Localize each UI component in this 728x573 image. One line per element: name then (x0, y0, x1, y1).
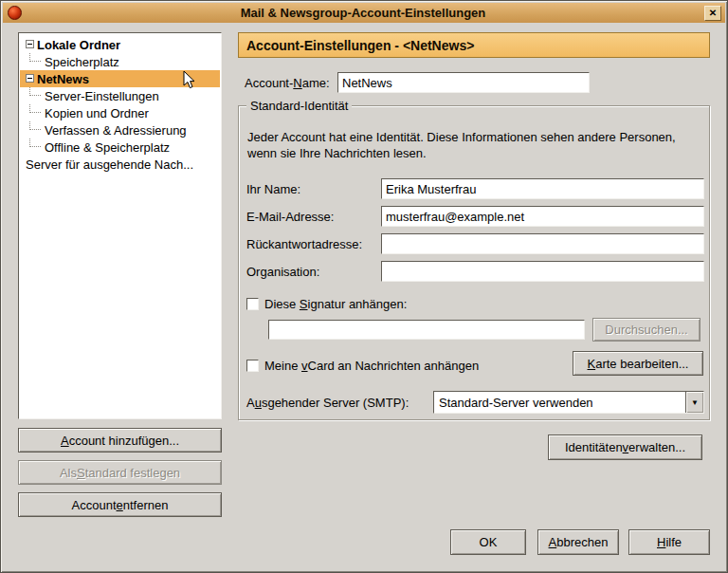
tree-connector (29, 104, 41, 113)
close-icon: ✕ (709, 8, 717, 18)
manage-identities-button[interactable]: Identitäten verwalten... (548, 434, 702, 460)
name-label: Ihr Name: (246, 182, 300, 196)
account-name-label: Account-Name: (245, 76, 330, 90)
organization-field[interactable] (381, 261, 704, 282)
expander-minus-icon[interactable] (26, 74, 34, 83)
remove-account-button[interactable]: Account entfernen (18, 492, 222, 517)
tree-item-label: Lokale Ordner (37, 38, 120, 52)
tree-connector (29, 53, 41, 62)
tree-item-server-einstellungen[interactable]: Server-Einstellungen (20, 87, 220, 104)
tree-item-speicherplatz[interactable]: Speicherplatz (20, 53, 220, 70)
titlebar[interactable]: Mail & Newsgroup-Account-Einstellungen ✕ (3, 3, 725, 23)
tree-item-verfassen-adressierung[interactable]: Verfassen & Adressierung (20, 121, 220, 139)
vcard-label: Meine vCard an Nachrichten anhängen (264, 359, 479, 373)
signature-checkbox[interactable] (246, 298, 259, 310)
email-label: E-Mail-Adresse: (246, 210, 334, 224)
vcard-checkbox[interactable] (246, 360, 259, 372)
tree-item-label: Offline & Speicherplatz (45, 140, 170, 155)
email-field[interactable] (381, 206, 704, 227)
replyto-label: Rückantwortadresse: (246, 237, 362, 251)
tree-item-netnews[interactable]: NetNews (20, 70, 220, 87)
arrow-glyph: ▼ (691, 398, 699, 407)
page-title-text: Account-Einstellungen - <NetNews> (246, 38, 474, 53)
signature-path-field[interactable] (268, 320, 585, 340)
help-button[interactable]: Hilfe (628, 529, 710, 555)
add-account-button[interactable]: Account hinzufügen... (18, 428, 222, 453)
expander-minus-icon[interactable] (26, 40, 34, 48)
tree-item-lokale-ordner[interactable]: Lokale Ordner (20, 36, 220, 53)
tree-connector (29, 139, 41, 147)
ok-button[interactable]: OK (450, 529, 526, 555)
dropdown-arrow-icon[interactable]: ▼ (685, 392, 703, 413)
smtp-selected-value: Standard-Server verwenden (434, 396, 685, 410)
account-tree[interactable]: Lokale Ordner Speicherplatz NetNews Serv… (18, 32, 222, 419)
tree-item-server-ausgehende-nachrichten[interactable]: Server für ausgehende Nach... (20, 156, 220, 173)
tree-item-label: Verfassen & Adressierung (45, 123, 187, 138)
page-title: Account-Einstellungen - <NetNews> (238, 32, 710, 58)
identity-legend: Standard-Identität (246, 99, 352, 113)
smtp-label: Ausgehender Server (SMTP): (246, 396, 409, 410)
cancel-button[interactable]: Abbrechen (537, 529, 619, 555)
name-field[interactable] (381, 178, 704, 199)
browse-button[interactable]: Durchsuchen... (592, 318, 701, 342)
tree-item-label: Server für ausgehende Nach... (26, 157, 193, 172)
window-title: Mail & Newsgroup-Account-Einstellungen (22, 6, 704, 20)
tree-connector (29, 87, 41, 96)
signature-label: Diese Signatur anhängen: (264, 297, 407, 311)
tree-item-label: Speicherplatz (45, 55, 119, 69)
tree-item-label: Server-Einstellungen (45, 89, 159, 103)
tree-item-label: Kopien und Ordner (45, 106, 149, 120)
replyto-field[interactable] (381, 233, 704, 254)
account-settings-window: Mail & Newsgroup-Account-Einstellungen ✕… (0, 0, 728, 573)
identity-group: Standard-Identität Jeder Account hat ein… (238, 105, 710, 420)
close-button[interactable]: ✕ (704, 6, 721, 21)
tree-item-label: NetNews (37, 72, 89, 86)
set-default-button[interactable]: Als Standard festlegen (18, 460, 222, 485)
account-name-field[interactable] (337, 72, 590, 93)
identity-description: Jeder Account hat eine Identität. Diese … (247, 129, 676, 161)
tree-item-kopien-und-ordner[interactable]: Kopien und Ordner (20, 104, 220, 121)
tree-connector (29, 121, 41, 130)
edit-card-button[interactable]: Karte bearbeiten... (573, 351, 703, 376)
smtp-select[interactable]: Standard-Server verwenden ▼ (433, 391, 704, 414)
tree-item-offline-speicherplatz[interactable]: Offline & Speicherplatz (20, 139, 220, 156)
app-icon (8, 6, 22, 20)
organization-label: Organisation: (246, 265, 319, 279)
